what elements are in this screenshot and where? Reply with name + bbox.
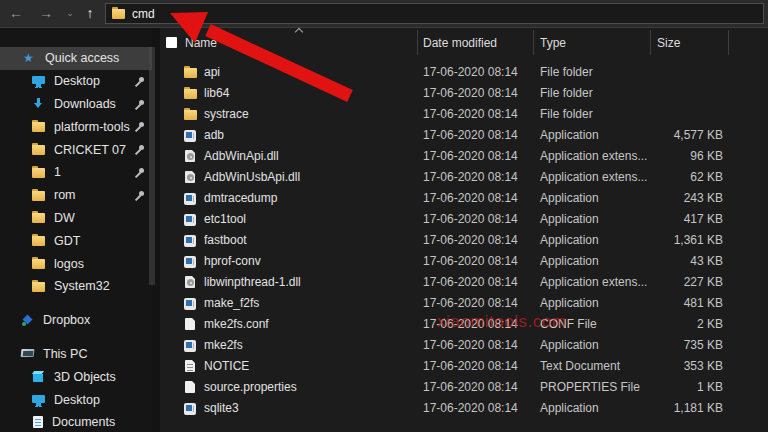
file-type-icon [185, 360, 195, 372]
file-name: libwinpthread-1.dll [204, 275, 301, 289]
file-type: Application [540, 128, 599, 142]
file-row[interactable]: AdbWinApi.dll 17-06-2020 08:14 Applicati… [160, 146, 768, 167]
file-date-modified: 17-06-2020 08:14 [423, 191, 518, 205]
file-row[interactable]: adb 17-06-2020 08:14 Application 4,577 K… [160, 125, 768, 146]
file-type: Application [540, 212, 599, 226]
file-type-icon [184, 193, 196, 205]
file-date-modified: 17-06-2020 08:14 [423, 212, 518, 226]
sidebar-item[interactable]: GDT [0, 229, 152, 252]
file-name: AdbWinApi.dll [204, 149, 279, 163]
file-row[interactable]: lib64 17-06-2020 08:14 File folder [160, 83, 768, 104]
column-header-row: Name Date modified Type Size [160, 28, 768, 58]
file-row[interactable]: mke2fs 17-06-2020 08:14 Application 735 … [160, 335, 768, 356]
file-type-icon [185, 171, 195, 183]
file-type: Application extens... [540, 170, 647, 184]
sidebar-item[interactable]: This PC [0, 343, 152, 366]
sidebar-item[interactable]: 3D Objects [0, 365, 152, 388]
file-name: source.properties [204, 380, 297, 394]
file-date-modified: 17-06-2020 08:14 [423, 107, 518, 121]
file-row[interactable]: libwinpthread-1.dll 17-06-2020 08:14 App… [160, 272, 768, 293]
recent-locations-chevron-icon[interactable]: ⌄ [59, 3, 81, 25]
file-date-modified: 17-06-2020 08:14 [423, 275, 518, 289]
up-icon[interactable]: ↑ [79, 3, 101, 25]
sidebar-item[interactable]: DW [0, 207, 152, 230]
file-size: 1,361 KB [640, 233, 723, 247]
file-row[interactable]: NOTICE 17-06-2020 08:14 Text Document 35… [160, 356, 768, 377]
pin-icon [135, 122, 144, 131]
file-name: adb [204, 128, 224, 142]
sidebar-item-icon [23, 52, 36, 65]
file-size: 353 KB [640, 359, 723, 373]
file-type: File folder [540, 65, 593, 79]
file-row[interactable]: mke2fs.conf 17-06-2020 08:14 CONF File 2… [160, 314, 768, 335]
file-type: File folder [540, 107, 593, 121]
file-list-pane: Name Date modified Type Size api 17-06-2… [160, 28, 768, 432]
column-header-date-modified[interactable]: Date modified [423, 36, 497, 50]
sidebar-item[interactable]: Quick access [0, 47, 152, 70]
sidebar-item-label: 3D Objects [54, 370, 116, 384]
sidebar-item-icon [32, 120, 45, 133]
sidebar-scrollbar[interactable] [149, 47, 155, 285]
file-type: PROPERTIES File [540, 380, 640, 394]
sidebar-item[interactable]: platform-tools [0, 115, 152, 138]
file-row[interactable]: source.properties 17-06-2020 08:14 PROPE… [160, 377, 768, 398]
sidebar-item[interactable]: Desktop [0, 388, 152, 411]
sidebar-item[interactable]: Desktop [0, 70, 152, 93]
file-size: 2 KB [640, 317, 723, 331]
sidebar-item-label: This PC [43, 347, 87, 361]
sidebar-item-icon [32, 280, 45, 293]
sidebar-item[interactable]: 1 [0, 161, 152, 184]
file-type-icon [184, 340, 196, 352]
file-date-modified: 17-06-2020 08:14 [423, 170, 518, 184]
forward-icon[interactable]: → [35, 3, 57, 25]
file-type: Application [540, 254, 599, 268]
file-row[interactable]: hprof-conv 17-06-2020 08:14 Application … [160, 251, 768, 272]
file-type: Application [540, 233, 599, 247]
file-size: 227 KB [640, 275, 723, 289]
file-type-icon [184, 130, 196, 142]
pin-icon [135, 168, 144, 177]
file-row[interactable]: api 17-06-2020 08:14 File folder [160, 62, 768, 83]
explorer-toolbar: ← → ⌄ ↑ cmd [0, 0, 768, 28]
column-header-name[interactable]: Name [185, 36, 217, 50]
sidebar-item[interactable]: Dropbox [0, 309, 152, 332]
file-size: 243 KB [640, 191, 723, 205]
sidebar-item[interactable]: rom [0, 184, 152, 207]
file-size: 4,577 KB [640, 128, 723, 142]
sidebar-item[interactable]: Documents [0, 411, 152, 432]
sidebar-item-icon [21, 314, 34, 327]
file-type-icon [185, 318, 195, 330]
file-type: Application extens... [540, 275, 647, 289]
address-bar[interactable]: cmd [105, 3, 764, 24]
select-all-checkbox[interactable] [166, 37, 177, 48]
file-type-icon [184, 214, 196, 226]
sidebar-item[interactable]: logos [0, 252, 152, 275]
file-date-modified: 17-06-2020 08:14 [423, 233, 518, 247]
file-row[interactable]: etc1tool 17-06-2020 08:14 Application 41… [160, 209, 768, 230]
file-row[interactable]: sqlite3 17-06-2020 08:14 Application 1,1… [160, 398, 768, 419]
column-header-type[interactable]: Type [540, 36, 566, 50]
column-header-size[interactable]: Size [657, 36, 680, 50]
sidebar-item-label: DW [54, 211, 75, 225]
file-date-modified: 17-06-2020 08:14 [423, 338, 518, 352]
file-type-icon [184, 235, 196, 247]
sidebar-item-label: 1 [54, 165, 61, 179]
file-row[interactable]: make_f2fs 17-06-2020 08:14 Application 4… [160, 293, 768, 314]
sidebar-item-label: System32 [54, 279, 110, 293]
back-icon[interactable]: ← [5, 3, 27, 25]
sidebar-item-label: Desktop [54, 74, 100, 88]
sidebar-item[interactable]: CRICKET 07 [0, 138, 152, 161]
sidebar-item-icon [32, 370, 45, 383]
file-row[interactable]: fastboot 17-06-2020 08:14 Application 1,… [160, 230, 768, 251]
sidebar-item[interactable]: System32 [0, 275, 152, 298]
file-type-icon [185, 276, 195, 288]
file-row[interactable]: AdbWinUsbApi.dll 17-06-2020 08:14 Applic… [160, 167, 768, 188]
sidebar-item[interactable]: Downloads [0, 93, 152, 116]
pin-icon [135, 77, 144, 86]
file-row[interactable]: dmtracedump 17-06-2020 08:14 Application… [160, 188, 768, 209]
address-text[interactable]: cmd [132, 7, 155, 21]
file-row[interactable]: systrace 17-06-2020 08:14 File folder [160, 104, 768, 125]
file-type: Text Document [540, 359, 620, 373]
file-type-icon [184, 298, 196, 310]
sidebar-item-icon [32, 97, 45, 110]
